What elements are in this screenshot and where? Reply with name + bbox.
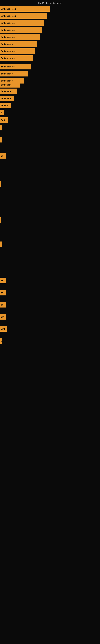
bar-item (0, 125, 1, 130)
bar-item: Bot (0, 314, 6, 320)
bar-label: Bottleneck res (1, 22, 15, 24)
bar-item (0, 181, 1, 187)
bar-item: Bottleneck (0, 96, 14, 101)
bar-item: Bottlen (0, 103, 11, 108)
bar-item: B (0, 110, 4, 115)
bar-item: Bottleneck (0, 82, 20, 88)
bar-label: Bottleneck res (1, 50, 15, 52)
bar-label: Bo (1, 155, 3, 157)
bar-item: Bottleneck resu (0, 13, 47, 19)
bar-item: Bottleneck res (0, 48, 35, 54)
bar-label: Bo (1, 292, 3, 294)
bar-item: B (0, 338, 2, 344)
bar-item: Bottl (0, 117, 8, 123)
bar-label: Bo (1, 304, 3, 306)
bar-item: Bottleneck res (0, 20, 44, 26)
bar-label: Bottleneck re (1, 43, 13, 45)
bar-item: Bottleneck res (0, 34, 40, 40)
bar-label: Bo (1, 280, 3, 282)
bar-label: B (1, 112, 2, 114)
bar-label: Bottleneck re (1, 80, 13, 82)
bar-label: Bott (1, 328, 5, 330)
bar-item: Bottleneck res (0, 64, 31, 70)
bar-item: Bottleneck res (0, 55, 33, 61)
bar-item: Bo (0, 290, 6, 296)
bar-label: Bottleneck resu (1, 15, 16, 17)
bar-item (0, 242, 1, 247)
bar-label: Bottleneck res (1, 29, 15, 31)
bar-item (0, 217, 1, 223)
bar-label: Bottleneck res (1, 36, 15, 38)
bar-label: Bottleneck r (1, 90, 12, 92)
bar-item: Bo (0, 153, 6, 158)
bar-item (0, 137, 1, 142)
bar-item: Bott (0, 326, 7, 332)
bar-label: Bottl (1, 119, 5, 121)
bar-label: Bottleneck resu (1, 8, 16, 10)
bar-item: Bottleneck re (0, 71, 28, 76)
vertical-line (3, 123, 3, 135)
bar-item: Bottleneck res (0, 27, 42, 33)
bar-item: Bottleneck r (0, 88, 17, 94)
bar-label: Bottleneck re (1, 73, 13, 75)
bar-item: Bo (0, 278, 6, 283)
bar-item: Bo (0, 302, 6, 308)
bar-item: Bottleneck re (0, 41, 37, 47)
bar-label: B (1, 340, 2, 342)
bar-label: Bottleneck (1, 98, 11, 100)
bar-label: Bottleneck res (1, 57, 15, 59)
bar-item: Bottleneck resu (0, 6, 50, 12)
site-title: TheBottlenecker.com (38, 2, 62, 5)
bar-label: Bottleneck (1, 84, 11, 86)
bar-label: Bot (1, 316, 4, 318)
vertical-line (3, 141, 3, 151)
bar-label: Bottlen (1, 104, 8, 107)
bar-label: Bottleneck res (1, 66, 15, 68)
